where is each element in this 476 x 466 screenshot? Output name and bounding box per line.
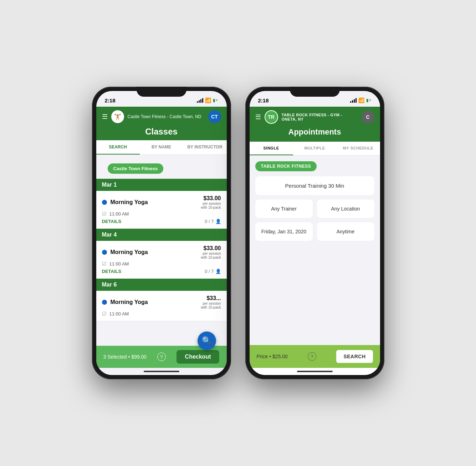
appt-body: TABLE ROCK FITNESS Personal Training 30 …	[250, 156, 380, 345]
time-1: 2:18	[105, 97, 116, 103]
signal-icon	[197, 98, 203, 103]
capacity-1: 0 / 7 👤	[205, 219, 221, 224]
details-link-1[interactable]: DETAILS	[102, 219, 122, 224]
checkbox-icon-1: ☑	[102, 211, 107, 217]
phones-container: 2:18 📶 ▮+ ☰ 🏋 Castle	[92, 87, 384, 379]
page-title-1: Classes	[96, 127, 227, 140]
gym-name-1: Castle Town Fitness - Castle Town, ND	[128, 114, 205, 119]
home-indicator-2	[250, 368, 380, 375]
class-card-2[interactable]: Morning Yoga $33.00 per sessionwith 10-p…	[96, 241, 227, 279]
class-name-1: Morning Yoga	[111, 199, 148, 206]
date-header-mar1: Mar 1	[96, 179, 227, 191]
help-icon-1[interactable]: ?	[157, 353, 166, 361]
date-selector[interactable]: Friday, Jan 31, 2020	[255, 222, 313, 241]
details-link-2[interactable]: DETAILS	[102, 269, 122, 274]
class-price-sub-1: per sessionwith 10-pack	[201, 202, 221, 209]
capacity-2: 0 / 7 👤	[205, 269, 221, 274]
class-time-1: 11:00 AM	[109, 211, 129, 217]
appt-header: ☰ TR TABLE ROCK FITNESS - GYM - ONETA, N…	[250, 107, 380, 127]
appt-bottom-bar: Price • $25.00 ? SEARCH	[250, 345, 380, 368]
phone-1: 2:18 📶 ▮+ ☰ 🏋 Castle	[92, 87, 231, 379]
class-price-3: $33...	[201, 295, 221, 302]
search-fab[interactable]: 🔍	[198, 331, 216, 350]
appt-gym-name: TABLE ROCK FITNESS - GYM - ONETA, NY	[282, 113, 358, 121]
tr-logo: TR	[265, 110, 278, 124]
class-price-sub-3: per sessionwith 10-pack	[201, 302, 221, 309]
selected-info: 3 Selected • $99.00	[103, 354, 147, 360]
gym-logo-img: 🏋	[114, 113, 121, 120]
appt-page-title: Appointments	[250, 127, 380, 142]
gym-pill[interactable]: TABLE ROCK FITNESS	[255, 161, 317, 171]
notch-2	[290, 87, 340, 97]
tab-my-schedule[interactable]: MY SCHEDULE	[337, 142, 380, 155]
class-time-2: 11:00 AM	[109, 261, 129, 267]
phone-1-screen: 2:18 📶 ▮+ ☰ 🏋 Castle	[96, 91, 227, 375]
home-bar-2	[297, 371, 333, 372]
tab-by-name[interactable]: BY NAME	[140, 140, 183, 155]
home-indicator-1	[96, 368, 227, 375]
home-bar-1	[144, 371, 179, 372]
tab-search[interactable]: SEARCH	[96, 140, 140, 155]
date-header-mar6: Mar 6	[96, 279, 227, 291]
class-price-1: $33.00	[201, 195, 221, 202]
trainer-selector[interactable]: Any Trainer	[255, 199, 313, 218]
tabs-bar-1: SEARCH BY NAME BY INSTRUCTOR	[96, 140, 227, 155]
class-time-3: 11:00 AM	[109, 311, 129, 316]
search-button[interactable]: SEARCH	[336, 350, 373, 363]
tab-by-instructor[interactable]: BY INSTRUCTOR	[183, 140, 227, 155]
time-selector[interactable]: Anytime	[317, 222, 374, 241]
price-text: Price • $25.00	[257, 354, 288, 359]
help-icon-2[interactable]: ?	[308, 352, 316, 361]
hamburger-icon-2[interactable]: ☰	[255, 113, 261, 121]
location-selector[interactable]: Any Location	[317, 199, 374, 218]
checkbox-icon-2: ☑	[102, 261, 107, 267]
battery-icon: ▮+	[213, 98, 218, 103]
person-icon-2: 👤	[215, 269, 221, 274]
class-card-1[interactable]: Morning Yoga $33.00 per sessionwith 10-p…	[96, 191, 227, 229]
wifi-icon: 📶	[205, 97, 211, 103]
class-dot-1	[102, 200, 107, 205]
person-icon-1: 👤	[215, 219, 221, 224]
class-price-2: $33.00	[201, 245, 221, 252]
class-name-2: Morning Yoga	[111, 249, 148, 255]
wifi-icon-2: 📶	[358, 97, 364, 103]
classes-scroll[interactable]: Castle Town Fitness Mar 1 Morning Yoga $…	[96, 155, 227, 346]
class-dot-2	[102, 250, 107, 255]
class-dot-3	[102, 300, 107, 305]
class-card-3[interactable]: Morning Yoga $33... per sessionwith 10-p…	[96, 291, 227, 321]
notch-1	[137, 87, 186, 97]
avatar-1[interactable]: CT	[208, 110, 221, 123]
hamburger-icon-1[interactable]: ☰	[102, 113, 108, 121]
checkout-button[interactable]: Checkout	[176, 350, 220, 364]
phone-2-screen: 2:18 📶 ▮+ ☰ TR TABLE ROCK FITNESS - GYM …	[250, 91, 380, 375]
date-header-mar4: Mar 4	[96, 229, 227, 241]
status-icons-2: 📶 ▮+	[350, 97, 371, 103]
avatar-2[interactable]: C	[362, 111, 374, 123]
battery-icon-2: ▮+	[366, 98, 371, 103]
appt-tabs: SINGLE MULTIPLE MY SCHEDULE	[250, 142, 380, 156]
class-price-sub-2: per sessionwith 10-pack	[201, 252, 221, 259]
location-pill[interactable]: Castle Town Fitness	[108, 163, 164, 174]
trainer-location-row: Any Trainer Any Location	[255, 199, 374, 218]
checkbox-icon-3: ☑	[102, 311, 107, 316]
phone-2: 2:18 📶 ▮+ ☰ TR TABLE ROCK FITNESS - GYM …	[245, 87, 384, 379]
signal-icon-2	[350, 98, 357, 103]
app-header-1: ☰ 🏋 Castle Town Fitness - Castle Town, N…	[96, 107, 227, 127]
class-name-3: Morning Yoga	[111, 299, 148, 305]
tab-multiple[interactable]: MULTIPLE	[293, 142, 337, 155]
date-time-row: Friday, Jan 31, 2020 Anytime	[255, 222, 374, 241]
service-selector[interactable]: Personal Training 30 Min	[255, 176, 374, 195]
tab-single[interactable]: SINGLE	[250, 142, 293, 155]
gym-logo-1: 🏋	[111, 110, 124, 123]
time-2: 2:18	[258, 97, 269, 103]
status-icons-1: 📶 ▮+	[197, 97, 218, 103]
